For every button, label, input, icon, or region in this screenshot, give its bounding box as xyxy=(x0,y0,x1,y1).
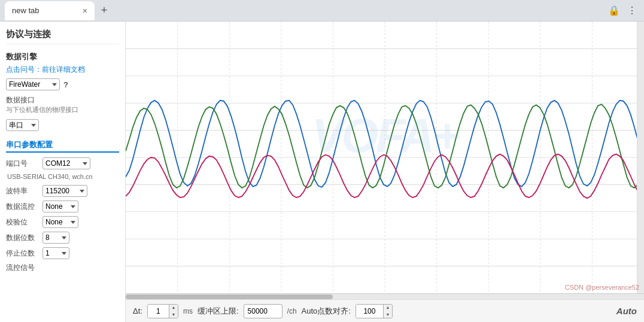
auto-align-spinners: ▲ ▼ xyxy=(383,304,392,318)
stopbits-label: 停止位数 xyxy=(6,248,39,259)
auto-align-up[interactable]: ▲ xyxy=(384,304,392,311)
help-link[interactable]: 点击问号：前往详细文档 xyxy=(6,65,119,75)
delta-t-up[interactable]: ▲ xyxy=(169,304,178,311)
tab-actions: 🔒 ⋮ xyxy=(607,4,639,18)
bottom-bar: Δt: ▲ ▼ ms 缓冲区上限: /ch Auto点数对齐: ▲ ▼ Au xyxy=(126,299,644,322)
chart-scrollbar[interactable] xyxy=(126,293,644,299)
port-select[interactable]: COM12 xyxy=(42,157,90,169)
engine-row: FireWater ? xyxy=(6,78,119,90)
tab-bar: new tab × + 🔒 ⋮ xyxy=(0,0,644,22)
new-tab-button[interactable]: + xyxy=(96,2,113,19)
chart-svg xyxy=(126,22,644,293)
auto-align-label: Auto点数对齐: xyxy=(302,306,351,317)
buffer-input[interactable] xyxy=(244,304,282,318)
baud-select[interactable]: 115200 xyxy=(42,185,87,197)
databits-row: 数据位数 8 xyxy=(6,232,119,244)
active-tab[interactable]: new tab × xyxy=(5,1,95,20)
right-scrollbar[interactable] xyxy=(637,22,644,293)
delta-t-input[interactable] xyxy=(148,305,169,318)
flow-label: 数据流控 xyxy=(6,202,39,212)
serial-config-title: 串口参数配置 xyxy=(6,139,119,153)
device-info: USB-SERIAL CH340, wch.cn xyxy=(7,173,119,180)
baud-row: 波特率 115200 xyxy=(6,185,119,197)
tab-label: new tab xyxy=(12,6,78,15)
flow-signal-label: 流控信号 xyxy=(6,263,119,273)
sidebar: 协议与连接 数据引擎 点击问号：前往详细文档 FireWater ? 数据接口 … xyxy=(0,22,126,322)
port-label: 端口号 xyxy=(6,159,39,169)
interface-row: 串口 xyxy=(6,119,119,131)
parity-label: 校验位 xyxy=(6,217,39,227)
interface-label: 数据接口 xyxy=(6,95,119,105)
auto-align-wrapper: ▲ ▼ xyxy=(356,304,393,318)
delta-t-spinners: ▲ ▼ xyxy=(169,304,178,318)
menu-icon[interactable]: ⋮ xyxy=(625,4,639,18)
lock-icon[interactable]: 🔒 xyxy=(607,4,621,18)
delta-t-down[interactable]: ▼ xyxy=(169,311,178,318)
auto-label: Auto xyxy=(616,306,637,316)
scrollbar-thumb[interactable] xyxy=(126,294,333,299)
delta-t-label: Δt: xyxy=(133,306,142,315)
parity-select[interactable]: None xyxy=(42,216,78,228)
buffer-unit: /ch xyxy=(287,307,297,315)
stopbits-select[interactable]: 1 xyxy=(42,247,69,259)
chart-area: VOFA+ xyxy=(126,22,644,322)
baud-label: 波特率 xyxy=(6,186,39,196)
port-row: 端口号 COM12 xyxy=(6,157,119,169)
databits-select[interactable]: 8 xyxy=(42,232,69,244)
question-icon[interactable]: ? xyxy=(63,80,68,89)
interface-select[interactable]: 串口 xyxy=(6,119,39,131)
auto-align-input[interactable] xyxy=(356,305,383,318)
main-content: 协议与连接 数据引擎 点击问号：前往详细文档 FireWater ? 数据接口 … xyxy=(0,22,644,322)
flow-select[interactable]: None xyxy=(42,201,78,212)
engine-select[interactable]: FireWater xyxy=(6,78,60,90)
chart-canvas: VOFA+ xyxy=(126,22,644,293)
parity-row: 校验位 None xyxy=(6,216,119,228)
close-icon[interactable]: × xyxy=(83,6,87,16)
sidebar-title: 协议与连接 xyxy=(6,29,119,44)
delta-t-input-wrapper: ▲ ▼ xyxy=(147,304,178,318)
delta-t-unit: ms xyxy=(183,307,193,315)
buffer-label: 缓冲区上限: xyxy=(198,306,239,317)
databits-label: 数据位数 xyxy=(6,233,39,243)
auto-align-down[interactable]: ▼ xyxy=(384,311,392,318)
data-engine-label: 数据引擎 xyxy=(6,51,119,62)
flow-row: 数据流控 None xyxy=(6,201,119,212)
interface-hint: 与下位机通信的物理接口 xyxy=(6,105,119,114)
stopbits-row: 停止位数 1 xyxy=(6,247,119,259)
